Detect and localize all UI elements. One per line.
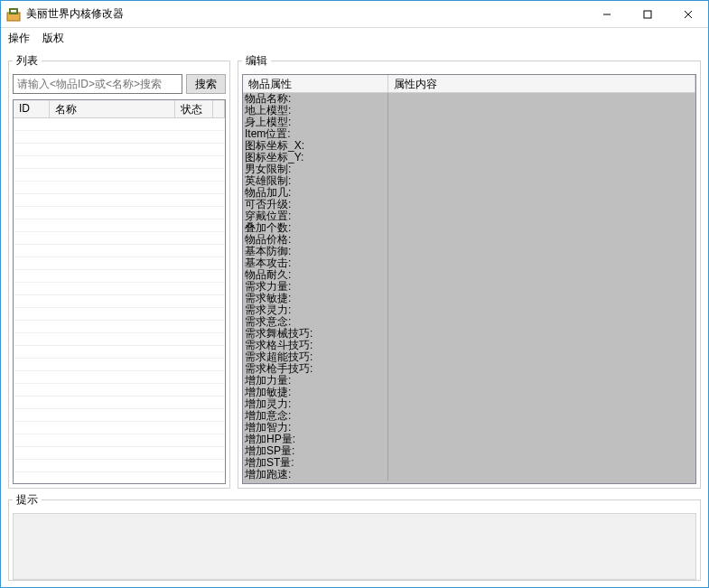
property-value[interactable] [387, 140, 695, 152]
property-value[interactable] [387, 152, 695, 163]
property-row[interactable]: 基本攻击: [243, 257, 695, 269]
list-row[interactable] [14, 182, 225, 194]
list-row[interactable] [14, 131, 225, 144]
property-row[interactable]: 增加灵力: [243, 398, 695, 410]
maximize-button[interactable] [627, 1, 667, 27]
property-value[interactable] [387, 340, 695, 351]
property-value[interactable] [387, 351, 695, 363]
col-status[interactable]: 状态 [175, 100, 213, 117]
property-value[interactable] [387, 187, 695, 199]
list-row[interactable] [14, 422, 225, 434]
property-row[interactable]: 需求力量: [243, 281, 695, 293]
property-row[interactable]: 增加SP量: [243, 445, 695, 457]
property-row[interactable]: 男女限制: [243, 163, 695, 175]
property-row[interactable]: 叠加个数: [243, 222, 695, 234]
property-row[interactable]: 增加ST量: [243, 457, 695, 469]
list-row[interactable] [14, 169, 225, 182]
property-row[interactable]: 基本防御: [243, 246, 695, 257]
property-value[interactable] [387, 105, 695, 117]
list-row[interactable] [14, 371, 225, 384]
property-value[interactable] [387, 422, 695, 434]
edit-body[interactable]: 物品名称:地上模型:身上模型:Item位置:图标坐标_X:图标坐标_Y:男女限制… [243, 93, 695, 483]
list-row[interactable] [14, 308, 225, 321]
property-value[interactable] [387, 469, 695, 481]
search-button[interactable]: 搜索 [186, 74, 226, 94]
property-value[interactable] [387, 375, 695, 387]
list-row[interactable] [14, 219, 225, 232]
col-val[interactable]: 属性内容 [388, 75, 695, 93]
menu-copyright[interactable]: 版权 [42, 31, 64, 46]
property-row[interactable]: 物品加几: [243, 187, 695, 199]
property-row[interactable]: 英雄限制: [243, 175, 695, 187]
col-name[interactable]: 名称 [50, 100, 175, 117]
property-value[interactable] [387, 328, 695, 340]
property-value[interactable] [387, 246, 695, 257]
property-row[interactable]: 图标坐标_Y: [243, 152, 695, 163]
list-row[interactable] [14, 232, 225, 245]
property-value[interactable] [387, 387, 695, 398]
property-value[interactable] [387, 410, 695, 422]
col-attr[interactable]: 物品属性 [243, 75, 388, 93]
property-row[interactable]: 图标坐标_X: [243, 140, 695, 152]
property-value[interactable] [387, 398, 695, 410]
list-row[interactable] [14, 118, 225, 131]
property-row[interactable]: 增加力量: [243, 375, 695, 387]
list-row[interactable] [14, 384, 225, 397]
property-row[interactable]: 需求枪手技巧: [243, 363, 695, 375]
property-row[interactable]: 需求灵力: [243, 304, 695, 316]
list-row[interactable] [14, 194, 225, 207]
list-row[interactable] [14, 156, 225, 169]
property-value[interactable] [387, 293, 695, 304]
list-row[interactable] [14, 397, 225, 409]
property-value[interactable] [387, 363, 695, 375]
property-value[interactable] [387, 210, 695, 222]
list-row[interactable] [14, 270, 225, 283]
col-id[interactable]: ID [14, 100, 50, 117]
property-value[interactable] [387, 316, 695, 328]
property-value[interactable] [387, 234, 695, 246]
list-row[interactable] [14, 434, 225, 447]
property-row[interactable]: 增加敏捷: [243, 387, 695, 398]
list-row[interactable] [14, 144, 225, 156]
property-value[interactable] [387, 199, 695, 210]
list-row[interactable] [14, 245, 225, 257]
list-row[interactable] [14, 460, 225, 472]
property-row[interactable]: 物品耐久: [243, 269, 695, 281]
list-body[interactable] [14, 118, 225, 483]
search-input[interactable] [13, 74, 182, 94]
property-row[interactable]: 增加跑速: [243, 469, 695, 481]
list-row[interactable] [14, 346, 225, 359]
property-value[interactable] [387, 93, 695, 105]
list-row[interactable] [14, 321, 225, 333]
list-row[interactable] [14, 257, 225, 270]
list-row[interactable] [14, 447, 225, 460]
minimize-button[interactable] [586, 1, 627, 27]
close-button[interactable] [667, 1, 708, 27]
property-row[interactable]: 物品名称: [243, 93, 695, 105]
list-row[interactable] [14, 472, 225, 483]
list-row[interactable] [14, 409, 225, 422]
property-row[interactable]: 增加HP量: [243, 434, 695, 445]
property-row[interactable]: 物品价格: [243, 234, 695, 246]
property-value[interactable] [387, 434, 695, 445]
property-value[interactable] [387, 445, 695, 457]
property-row[interactable]: 增加意念: [243, 410, 695, 422]
property-value[interactable] [387, 304, 695, 316]
menu-operate[interactable]: 操作 [8, 31, 30, 46]
property-value[interactable] [387, 128, 695, 140]
property-value[interactable] [387, 457, 695, 469]
list-row[interactable] [14, 295, 225, 308]
property-row[interactable]: 身上模型: [243, 117, 695, 128]
list-row[interactable] [14, 283, 225, 295]
property-value[interactable] [387, 222, 695, 234]
property-value[interactable] [387, 117, 695, 128]
property-value[interactable] [387, 175, 695, 187]
property-row[interactable]: 需求敏捷: [243, 293, 695, 304]
list-row[interactable] [14, 333, 225, 346]
property-value[interactable] [387, 269, 695, 281]
property-value[interactable] [387, 257, 695, 269]
property-row[interactable]: 地上模型: [243, 105, 695, 117]
hint-textarea[interactable] [13, 513, 696, 580]
list-row[interactable] [14, 359, 225, 371]
property-row[interactable]: Item位置: [243, 128, 695, 140]
